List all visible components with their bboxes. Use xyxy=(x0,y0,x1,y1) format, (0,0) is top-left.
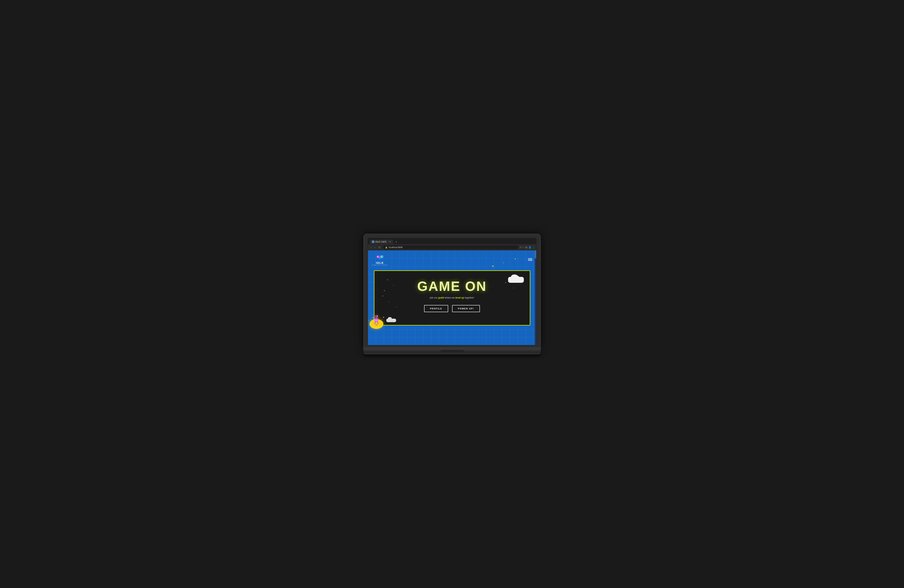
browser-nav: ‹ › ↻ 🔒 localhost:8848 ⎙ ☆ ▤ 👤 ⋮ xyxy=(368,244,536,250)
hero-subtitle: join our guild where we level up togethe… xyxy=(380,296,524,299)
url-text: localhost:8848 xyxy=(389,246,403,248)
guild-text: guild xyxy=(438,296,444,299)
svg-point-8 xyxy=(382,257,382,258)
laptop-bottom xyxy=(363,351,541,354)
screen-bezel: 🎮 IDLE CAFE ✕ + ‹ › ↻ 🔒 localhost:8848 xyxy=(368,238,537,345)
reader-icon[interactable]: ▤ xyxy=(525,246,527,249)
browser-tab-active[interactable]: 🎮 IDLE CAFE ✕ xyxy=(370,240,393,244)
cloud-bottom-left xyxy=(386,319,396,323)
new-tab-button[interactable]: + xyxy=(394,239,399,244)
hamburger-line-1 xyxy=(528,258,532,259)
svg-point-19 xyxy=(375,318,376,318)
browser-chrome: 🎮 IDLE CAFE ✕ + ‹ › ↻ 🔒 localhost:8848 xyxy=(368,238,536,250)
share-icon[interactable]: ⎙ xyxy=(520,246,521,249)
bookmark-icon[interactable]: ☆ xyxy=(522,246,524,249)
hero-card: ✦ + ✦ + + ✦ ✦ + GAME ON xyxy=(374,270,530,326)
more-icon[interactable]: ⋮ xyxy=(532,246,535,249)
logo-subtext: GAMING CAFE xyxy=(372,264,388,266)
svg-point-20 xyxy=(377,318,378,318)
forward-button[interactable]: › xyxy=(373,245,376,249)
laptop-container: 🎮 IDLE CAFE ✕ + ‹ › ↻ 🔒 localhost:8848 xyxy=(363,234,541,354)
site-logo[interactable]: IDLE GAMING CAFE xyxy=(372,253,388,266)
svg-point-13 xyxy=(378,323,378,324)
cloud-shape xyxy=(508,277,524,283)
profile-button[interactable]: PROFILE xyxy=(424,305,448,312)
subtitle-before: join our xyxy=(430,296,438,299)
hamburger-line-3 xyxy=(528,260,532,261)
hamburger-line-2 xyxy=(528,259,532,260)
browser-actions: ⎙ ☆ ▤ 👤 ⋮ xyxy=(520,246,535,249)
svg-text:✦: ✦ xyxy=(383,316,384,318)
back-button[interactable]: ‹ xyxy=(370,245,372,249)
refresh-button[interactable]: ↻ xyxy=(378,245,382,249)
svg-rect-18 xyxy=(377,315,378,317)
hero-buttons: PROFILE POWER UP! xyxy=(380,305,524,312)
svg-text:+: + xyxy=(368,319,370,321)
levelup-text: level up xyxy=(455,296,464,299)
profile-icon[interactable]: 👤 xyxy=(528,246,531,249)
subtitle-middle: where we xyxy=(444,296,455,299)
powerup-button[interactable]: POWER UP! xyxy=(452,305,480,312)
subtitle-after: together! xyxy=(464,296,474,299)
lock-icon: 🔒 xyxy=(385,246,387,248)
svg-point-5 xyxy=(381,256,382,257)
cloud-top-right xyxy=(508,277,524,284)
address-bar[interactable]: 🔒 localhost:8848 xyxy=(383,245,518,249)
svg-rect-17 xyxy=(375,315,376,317)
moon-svg: + ✦ + + ✦ xyxy=(368,307,388,331)
svg-rect-2 xyxy=(380,256,383,258)
site-navigation: IDLE GAMING CAFE xyxy=(368,250,536,269)
svg-text:+: + xyxy=(370,319,371,320)
svg-point-6 xyxy=(382,256,382,257)
hero-section: ✦ + ✦ + + ✦ ✦ + GAME ON xyxy=(368,269,536,334)
logo-text: IDLE xyxy=(376,261,384,264)
website-content: ✦ + ✦ + xyxy=(368,250,536,345)
svg-point-12 xyxy=(375,323,375,324)
hamburger-menu[interactable] xyxy=(528,258,532,261)
moon-character: + ✦ + + ✦ xyxy=(368,307,388,331)
tab-title: IDLE CAFE xyxy=(375,240,387,243)
svg-text:+: + xyxy=(381,319,382,321)
tab-favicon: 🎮 xyxy=(372,240,374,243)
browser-tabs: 🎮 IDLE CAFE ✕ + xyxy=(368,238,536,244)
svg-rect-24 xyxy=(377,321,378,322)
laptop-frame: 🎮 IDLE CAFE ✕ + ‹ › ↻ 🔒 localhost:8848 xyxy=(363,234,541,348)
svg-rect-23 xyxy=(375,321,376,322)
svg-point-7 xyxy=(381,257,382,258)
logo-icon xyxy=(376,253,384,261)
svg-text:✦: ✦ xyxy=(373,317,374,318)
tab-close-button[interactable]: ✕ xyxy=(389,241,391,243)
star-4: + xyxy=(388,301,389,302)
hero-title: GAME ON xyxy=(380,279,524,294)
svg-rect-4 xyxy=(377,256,378,257)
svg-point-21 xyxy=(376,318,377,319)
laptop-base xyxy=(363,348,541,351)
cloud-small xyxy=(386,319,396,322)
